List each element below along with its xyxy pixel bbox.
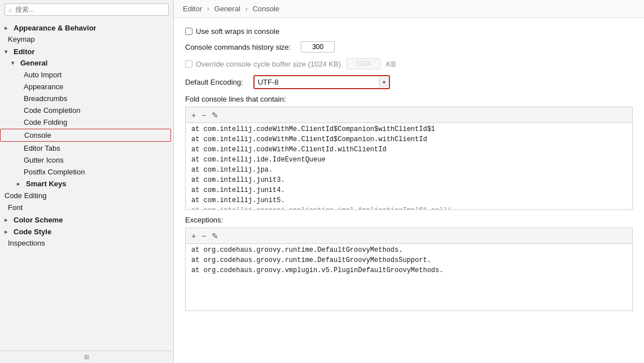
sidebar-item-smart-keys[interactable]: Smart Keys [0, 178, 173, 190]
list-item[interactable]: at org.codehaus.groovy.vmplugin.v5.Plugi… [186, 265, 632, 275]
history-size-row: Console commands history size: [185, 41, 633, 53]
exceptions-edit-button[interactable]: ✎ [209, 231, 221, 241]
fold-remove-button[interactable]: − [199, 110, 208, 120]
breadcrumb-editor: Editor [183, 5, 202, 13]
breadcrumb-sep-2: › [245, 5, 249, 13]
history-size-input[interactable] [301, 41, 335, 53]
sidebar-item-inspections[interactable]: Inspections [0, 237, 173, 249]
breadcrumb-console: Console [252, 5, 279, 13]
sidebar-item-code-completion[interactable]: Code Completion [0, 104, 173, 116]
encoding-row: Default Encoding: UTF-8 ISO-8859-1 UTF-1… [185, 75, 633, 89]
search-icon: ⌕ [8, 6, 12, 13]
exceptions-section: Exceptions: + − ✎ at org.codehaus.groovy… [185, 216, 633, 311]
fold-list: at com.intellij.codeWithMe.ClientId$Comp… [185, 123, 633, 210]
soft-wraps-text: Use soft wraps in console [196, 27, 279, 36]
sidebar-item-label: Code Completion [24, 106, 80, 115]
list-item[interactable]: at com.intellij.junit4. [186, 185, 632, 195]
sidebar-item-label: Smart Keys [26, 180, 67, 188]
soft-wraps-checkbox[interactable] [185, 28, 192, 35]
chevron-icon [5, 217, 11, 223]
breadcrumb-sep-1: › [207, 5, 212, 13]
sidebar-item-label: Postfix Completion [24, 168, 85, 176]
breadcrumb: Editor › General › Console [174, 0, 644, 18]
override-buffer-checkbox[interactable] [185, 60, 192, 68]
sidebar-item-label: Appearance & Behavior [14, 24, 97, 32]
fold-section: Fold console lines that contain: + − ✎ a… [185, 95, 633, 210]
sidebar-item-gutter-icons[interactable]: Gutter Icons [0, 154, 173, 166]
chevron-icon [17, 181, 24, 187]
list-item[interactable]: at com.intellij.ide.IdeEventQueue [186, 155, 632, 165]
list-item[interactable]: at org.codehaus.groovy.runtime.DefaultGr… [186, 255, 632, 265]
sidebar-item-label: Editor Tabs [24, 144, 60, 152]
sidebar-item-label: Appearance [24, 82, 63, 91]
sidebar-item-label: Code Folding [24, 118, 67, 126]
encoding-select[interactable]: UTF-8 ISO-8859-1 UTF-16 US-ASCII windows… [255, 76, 379, 88]
override-buffer-text: Override console cycle buffer size (1024… [196, 60, 341, 68]
sidebar-item-label: General [20, 59, 47, 67]
exceptions-add-button[interactable]: + [189, 231, 198, 241]
exceptions-toolbar: + − ✎ [185, 228, 633, 243]
chevron-icon [5, 49, 11, 55]
override-buffer-input[interactable] [347, 58, 380, 69]
fold-section-label: Fold console lines that contain: [185, 95, 633, 103]
override-buffer-row: Override console cycle buffer size (1024… [185, 58, 633, 69]
sidebar-item-label: Inspections [8, 239, 45, 247]
exceptions-remove-button[interactable]: − [199, 231, 208, 241]
scroll-indicator: ⊞ [84, 353, 89, 361]
chevron-icon [11, 60, 18, 66]
sidebar-item-general[interactable]: General [0, 57, 173, 69]
encoding-label: Default Encoding: [185, 78, 243, 86]
sidebar-item-label: Gutter Icons [24, 156, 64, 164]
sidebar: ⌕ Appearance & Behavior Keymap Editor Ge… [0, 0, 174, 363]
sidebar-item-appearance[interactable]: Appearance [0, 81, 173, 93]
sidebar-item-label: Breadcrumbs [24, 94, 67, 103]
sidebar-item-console[interactable]: Console [0, 129, 171, 142]
list-item[interactable]: at com.intellij.junit3. [186, 175, 632, 185]
list-item[interactable]: at org.codehaus.groovy.runtime.DefaultGr… [186, 245, 632, 255]
fold-edit-button[interactable]: ✎ [209, 110, 221, 120]
list-item[interactable]: at com.intellij.junit5. [186, 195, 632, 205]
sidebar-item-label: Keymap [8, 35, 35, 43]
soft-wraps-row: Use soft wraps in console [185, 27, 633, 36]
sidebar-item-keymap[interactable]: Keymap [0, 33, 173, 45]
search-input[interactable] [15, 6, 165, 14]
sidebar-scroll-hint: ⊞ [0, 351, 173, 363]
sidebar-item-editor-tabs[interactable]: Editor Tabs [0, 142, 173, 154]
list-item[interactable]: at com.intellij.openapi.application.impl… [186, 205, 632, 210]
sidebar-item-label: Code Editing [5, 191, 46, 200]
sidebar-item-label: Color Scheme [14, 216, 63, 224]
encoding-dropdown-arrow[interactable]: ▾ [379, 77, 389, 88]
search-box[interactable]: ⌕ [5, 3, 169, 16]
fold-add-button[interactable]: + [189, 110, 198, 120]
exceptions-list: at org.codehaus.groovy.runtime.DefaultGr… [185, 243, 633, 311]
breadcrumb-general: General [214, 5, 240, 13]
fold-toolbar: + − ✎ [185, 107, 633, 123]
sidebar-item-code-folding[interactable]: Code Folding [0, 116, 173, 128]
sidebar-item-color-scheme[interactable]: Color Scheme [0, 213, 173, 225]
list-item[interactable]: at com.intellij.jpa. [186, 165, 632, 175]
sidebar-item-editor[interactable]: Editor [0, 45, 173, 57]
history-size-label: Console commands history size: [185, 43, 291, 51]
main-content: Editor › General › Console Use soft wrap… [174, 0, 644, 363]
sidebar-item-breadcrumbs[interactable]: Breadcrumbs [0, 93, 173, 104]
settings-panel: Use soft wraps in console Console comman… [174, 18, 644, 363]
sidebar-item-label: Auto Import [24, 71, 62, 79]
soft-wraps-label[interactable]: Use soft wraps in console [185, 27, 279, 36]
sidebar-item-font[interactable]: Font [0, 202, 173, 213]
chevron-icon [5, 25, 11, 31]
sidebar-item-label: Font [8, 203, 23, 212]
override-buffer-label[interactable]: Override console cycle buffer size (1024… [185, 60, 341, 68]
sidebar-item-appearance-behavior[interactable]: Appearance & Behavior [0, 21, 173, 33]
sidebar-tree: Appearance & Behavior Keymap Editor Gene… [0, 19, 173, 351]
sidebar-item-auto-import[interactable]: Auto Import [0, 69, 173, 81]
list-item[interactable]: at com.intellij.codeWithMe.ClientId.with… [186, 145, 632, 155]
encoding-select-wrapper[interactable]: UTF-8 ISO-8859-1 UTF-16 US-ASCII windows… [253, 75, 390, 89]
sidebar-item-code-editing[interactable]: Code Editing [0, 190, 173, 202]
list-item[interactable]: at com.intellij.codeWithMe.ClientId$Comp… [186, 124, 632, 134]
list-item[interactable]: at com.intellij.codeWithMe.ClientId$Comp… [186, 134, 632, 145]
sidebar-item-code-style[interactable]: Code Style [0, 225, 173, 237]
sidebar-item-postfix-completion[interactable]: Postfix Completion [0, 166, 173, 178]
sidebar-item-label: Console [24, 131, 51, 139]
sidebar-item-label: Editor [14, 47, 35, 56]
chevron-icon [5, 229, 11, 235]
